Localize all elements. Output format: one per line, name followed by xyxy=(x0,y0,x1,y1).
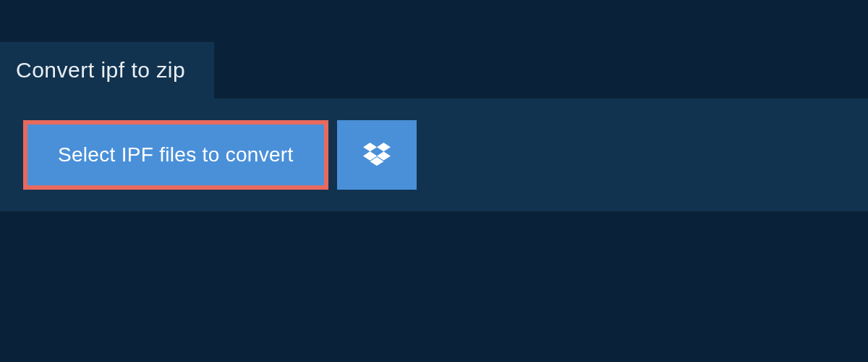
dropbox-button[interactable] xyxy=(337,120,417,190)
dropbox-icon xyxy=(363,143,391,167)
upload-panel: Select IPF files to convert xyxy=(0,98,868,211)
page-title: Convert ipf to zip xyxy=(16,58,185,82)
tab-header: Convert ipf to zip xyxy=(0,42,214,98)
button-row: Select IPF files to convert xyxy=(23,120,846,190)
select-button-highlight: Select IPF files to convert xyxy=(23,120,328,190)
select-files-button[interactable]: Select IPF files to convert xyxy=(27,125,324,185)
